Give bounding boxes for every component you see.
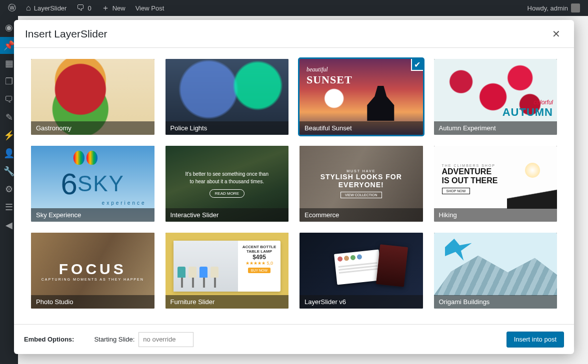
accent-t1: ACCENT BOTTLE (242, 245, 276, 249)
slider-tile-ls6[interactable]: LayerSlider v6 (300, 233, 423, 309)
accent-big: STYLISH LOOKS FOR EVERYONE! (300, 173, 423, 189)
close-button[interactable]: ✕ (549, 27, 563, 41)
slider-tile-sky[interactable]: 6 SKY experience Sky Experience (31, 146, 154, 222)
accent-six: 6 (61, 167, 78, 201)
view-post-link[interactable]: View Post (132, 0, 168, 16)
slider-tile-interactive[interactable]: It's better to see something once than t… (166, 146, 289, 222)
slider-tile-ecommerce[interactable]: MUST HAVE STYLISH LOOKS FOR EVERYONE! VI… (300, 146, 423, 222)
slider-tile-hiking[interactable]: THE CLIMBERS SHOP ADVENTURE IS OUT THERE… (434, 146, 558, 222)
wp-logo[interactable]: ⓦ (4, 0, 20, 16)
accent-text: It's better to see something once than t… (184, 170, 270, 185)
comments-count: 0 (88, 4, 91, 12)
avatar (571, 3, 580, 12)
new-content[interactable]: ＋ New (98, 0, 130, 16)
slider-tile-origami[interactable]: Origami Buildings (434, 233, 558, 309)
accent-buy: BUY NOW (248, 268, 270, 273)
tile-caption: Origami Buildings (434, 295, 558, 309)
starting-slide-label: Starting Slide: (94, 336, 134, 343)
accent-btn: READ MORE (210, 189, 244, 198)
accent-t2: TABLE LAMP (242, 249, 276, 254)
accent-stars: ★★★★★ 5,0 (242, 261, 276, 266)
wordpress-icon: ⓦ (8, 3, 16, 13)
tile-caption: Sky Experience (31, 208, 154, 222)
check-icon: ✔ (414, 60, 420, 69)
accent-b2: IS OUT THERE (442, 176, 498, 185)
site-name: LayerSlider (34, 4, 67, 12)
tile-caption: Interactive Slider (166, 208, 289, 222)
new-label: New (112, 4, 126, 12)
accent-small: CAPTURING MOMENTS AS THEY HAPPEN (42, 278, 144, 281)
accent-sky: SKY (78, 171, 124, 196)
comments-link[interactable]: 🗨 0 (72, 0, 95, 16)
accent-b1: ADVENTURE (442, 167, 498, 176)
selected-badge: ✔ (411, 59, 423, 71)
howdy-text: Howdy, admin (528, 4, 568, 12)
account-link[interactable]: Howdy, admin (524, 0, 584, 16)
home-icon: ⌂ (26, 3, 31, 12)
view-post-label: View Post (136, 4, 164, 12)
slider-tile-focus[interactable]: FOCUS CAPTURING MOMENTS AS THEY HAPPEN P… (31, 233, 154, 309)
wp-adminbar: ⓦ ⌂ LayerSlider 🗨 0 ＋ New View Post Howd… (0, 0, 588, 16)
site-link[interactable]: ⌂ LayerSlider (22, 0, 70, 16)
embed-options-label: Embed Options: (24, 336, 74, 343)
accent-must: MUST HAVE (300, 169, 423, 173)
accent-big: AUTUMN (502, 106, 553, 119)
tile-caption: Autumn Experiment (434, 121, 558, 135)
accent-btn: VIEW COLLECTION (340, 192, 382, 198)
modal-footer: Embed Options: Starting Slide: Insert in… (14, 324, 574, 354)
tile-caption: Ecommerce (300, 208, 423, 222)
slider-tile-gastronomy[interactable]: Gastronomy (31, 59, 154, 135)
insert-into-post-button[interactable]: Insert into post (506, 332, 564, 348)
comment-icon: 🗨 (76, 3, 84, 12)
plus-icon: ＋ (102, 3, 110, 13)
modal-title: Insert LayerSlider (25, 28, 108, 40)
tile-caption: Furniture Slider (166, 295, 289, 309)
accent-big: FOCUS (59, 261, 126, 278)
tile-caption: Gastronomy (31, 121, 154, 135)
accent-small: THE CLIMBERS SHOP (442, 164, 498, 167)
insert-slider-modal: Insert LayerSlider ✕ Gastronomy Police L… (14, 20, 574, 354)
accent-small: colorful (502, 99, 553, 106)
accent-big: SUNSET (306, 73, 352, 86)
accent-price: $495 (242, 254, 276, 261)
tile-caption: LayerSlider v6 (300, 295, 423, 309)
modal-header: Insert LayerSlider ✕ (14, 20, 574, 48)
slider-tile-sunset[interactable]: beautiful SUNSET ✔ Beautiful Sunset (300, 59, 423, 135)
slider-grid: Gastronomy Police Lights beautiful SUNSE… (31, 59, 557, 309)
tile-caption: Beautiful Sunset (300, 121, 423, 135)
slider-tile-furniture[interactable]: ACCENT BOTTLE TABLE LAMP $495 ★★★★★ 5,0 … (166, 233, 289, 309)
accent-btn: SHOP NOW (442, 188, 470, 194)
tile-caption: Photo Studio (31, 295, 154, 309)
accent-exp: experience (102, 200, 146, 206)
modal-body: Gastronomy Police Lights beautiful SUNSE… (14, 48, 574, 324)
tile-caption: Hiking (434, 208, 558, 222)
slider-tile-police[interactable]: Police Lights (166, 59, 289, 135)
starting-slide-input[interactable] (138, 332, 194, 347)
close-icon: ✕ (552, 28, 560, 40)
tile-caption: Police Lights (166, 121, 289, 135)
slider-tile-autumn[interactable]: colorful AUTUMN Autumn Experiment (434, 59, 558, 135)
accent-small: beautiful (306, 66, 352, 73)
